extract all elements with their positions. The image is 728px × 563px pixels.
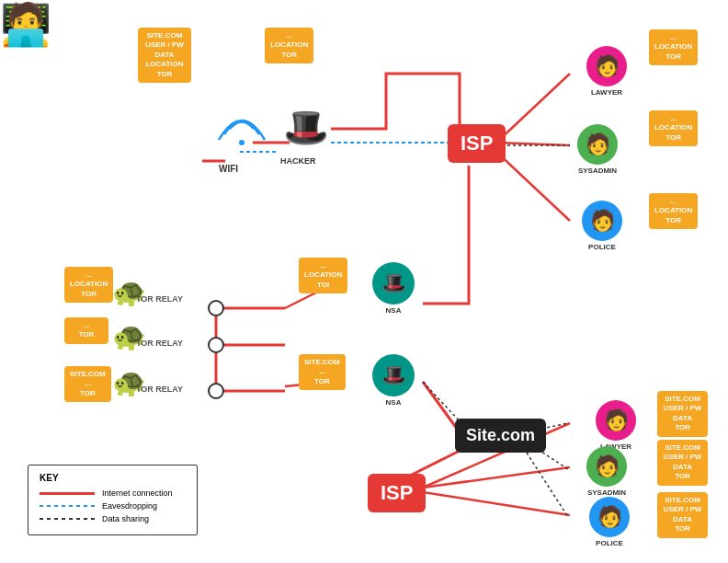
police-bottom: 🧑 POLICE (589, 497, 630, 547)
svg-point-0 (209, 301, 223, 316)
info-box-nsa-top: ... LOCATION TOI (299, 258, 347, 293)
relay2-label: TOR RELAY (136, 339, 183, 348)
lawyer-top: 🧑 LAWYER (586, 46, 627, 97)
site-com-box: Site.com (455, 419, 546, 453)
isp-bottom-box: ISP (368, 474, 426, 512)
key-line-internet (40, 492, 95, 495)
relay3-label: TOR RELAY (136, 385, 183, 394)
info-box-sysadmin-bottom: SITE.COM USER / PW DATA TOR (657, 440, 708, 486)
diagram: 🧑‍💻 SITE.COM USER / PW DATA LOCATION TOR… (0, 0, 728, 563)
user-figure: 🧑‍💻 (0, 0, 51, 49)
info-box-sysadmin-top: ... LOCATION TOR (649, 110, 698, 146)
info-box-lawyer-top: ... LOCATION TOR (649, 29, 698, 65)
isp-top-box: ISP (448, 124, 506, 163)
key-datashare-label: Data sharing (102, 514, 149, 523)
svg-point-3 (239, 140, 245, 145)
info-box-police-bottom: SITE.COM USER / PW DATA TOR (657, 492, 708, 538)
key-line-datashare (40, 518, 95, 520)
info-box-relay3: SITE.COM ... TOR (64, 366, 111, 402)
key-row-eavesdrop: Eavesdropping (40, 501, 186, 511)
info-box-relay1: ... LOCATION TOR (64, 267, 113, 303)
info-box-police-top: ... LOCATION TOR (649, 193, 698, 229)
key-box: KEY Internet connection Eavesdropping Da… (28, 465, 198, 535)
relay1-label: TOR RELAY (136, 294, 183, 304)
wifi-label: WIFI (219, 164, 238, 174)
key-internet-label: Internet connection (102, 488, 173, 498)
svg-point-2 (209, 384, 223, 398)
police-top: 🧑 POLICE (582, 201, 622, 251)
info-box-user-top: SITE.COM USER / PW DATA LOCATION TOR (138, 28, 191, 83)
info-box-location-top: ... LOCATION TOR (265, 28, 313, 63)
key-row-datashare: Data sharing (40, 514, 186, 523)
key-row-internet: Internet connection (40, 488, 186, 498)
hacker-figure: 🎩 (283, 106, 329, 149)
sysadmin-bottom: 🧑 SYSADMIN (586, 446, 627, 497)
key-eavesdrop-label: Eavesdropping (102, 501, 157, 511)
key-title: KEY (40, 473, 186, 483)
sysadmin-top: 🧑 SYSADMIN (577, 124, 618, 175)
svg-point-1 (209, 338, 223, 352)
info-box-nsa-bottom: SITE.COM ... TOR (299, 354, 346, 390)
lawyer-bottom: 🧑 LAWYER (596, 400, 636, 451)
info-box-relay2: ... TOR (64, 317, 108, 344)
hacker-label: HACKER (280, 156, 316, 166)
nsa-bottom: 🎩 NSA (372, 354, 415, 407)
key-line-eavesdrop (40, 505, 95, 507)
nsa-top: 🎩 NSA (372, 262, 415, 315)
info-box-lawyer-bottom: SITE.COM USER / PW DATA TOR (657, 391, 708, 437)
